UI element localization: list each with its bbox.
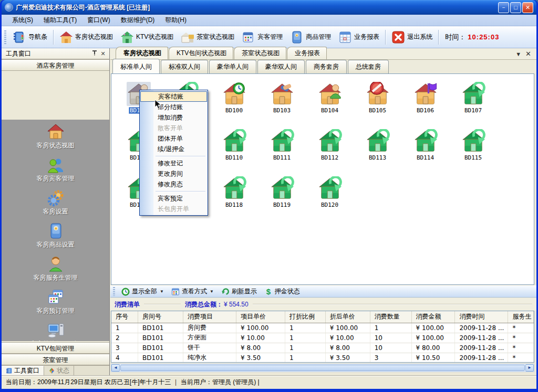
room-BD112[interactable]: BD112 [306,125,354,173]
table-horizontal-scrollbar[interactable]: ◄ ► [111,364,534,372]
sidebar-item-客房设置[interactable]: 客房设置 [2,189,109,222]
window-title: 广州爱启迪技术有限公司-酒店管理系统 [已注册] [16,3,498,12]
table-row[interactable]: 2BD101方便面¥ 10.001¥ 10.0010¥ 100.002009-1… [111,333,534,343]
doc-tab-茶室状态视图[interactable]: 茶室状态视图 [234,47,286,59]
context-menu-item-团体开单[interactable]: 团体开单 [140,133,208,144]
table-row[interactable]: 3BD101饼干¥ 8.001¥ 8.0010¥ 80.002009-11-28… [111,343,534,353]
context-menu-item-部分结账[interactable]: 部分结账 [140,102,208,112]
toolbar-button-茶室状态视图[interactable]: 茶室状态视图 [177,29,238,46]
menu-item-4[interactable]: 帮助(H) [160,15,192,26]
table-row[interactable]: 1BD101房间费¥ 100.001¥ 100.001¥ 100.002009-… [111,323,534,333]
column-header-服务生[interactable]: 服务生 [508,311,534,323]
room-BD105[interactable]: BD105 [354,78,401,125]
column-header-消费时间[interactable]: 消费时间 [455,311,508,323]
table-row[interactable]: 4BD101纯净水¥ 3.501¥ 3.503¥ 10.502009-11-28… [111,353,534,363]
sidebar-group-ktv[interactable]: KTV包间管理 [2,342,109,354]
toolbar-button-退出系统[interactable]: 退出系统 [388,29,436,46]
room-BD111[interactable]: BD111 [258,125,306,173]
context-menu-item-宾客结账[interactable]: 宾客结账 [140,91,207,102]
action-button-查看方式[interactable]: 查看方式▼ [168,287,218,296]
toolbar-button-业务报表[interactable]: 业务报表 [335,29,383,46]
sidebar-item-客房商品设置[interactable]: 客房商品设置 [2,222,109,255]
sidebar-group-tea[interactable]: 茶室管理 [2,354,109,365]
toolbar-separator [53,30,54,45]
sidebar-bottom-tabs: 工具窗口状态 [2,365,109,375]
sidebar-item-客房预订管理[interactable]: 客房预订管理 [2,288,109,321]
column-header-项目单价[interactable]: 项目单价 [236,311,285,323]
context-menu-item-续/退押金[interactable]: 续/退押金 [140,144,208,154]
scrollbar-thumb[interactable] [120,365,525,371]
minimize-button[interactable]: － [498,2,509,13]
consumption-total-label: 消费总金额： [185,300,223,309]
room-state-occupied-icon [318,82,342,106]
column-header-房间号[interactable]: 房间号 [138,311,183,323]
context-menu-item-修改登记[interactable]: 修改登记 [140,158,208,168]
bottom-tab-工具窗口[interactable]: 工具窗口 [2,366,44,375]
column-header-打折比例[interactable]: 打折比例 [285,311,325,323]
room-BD120[interactable]: BD120 [306,173,354,220]
context-menu-item-更改房间[interactable]: 更改房间 [140,168,208,179]
menu-item-3[interactable]: 数据维护(D) [116,15,160,26]
room-type-tab-标准双人间[interactable]: 标准双人间 [161,60,208,73]
sidebar-item-客房状态视图[interactable]: 客房状态视图 [2,123,109,156]
toolbar-button-宾客管理[interactable]: 宾客管理 [238,29,286,46]
column-header-消费项目[interactable]: 消费项目 [183,311,236,323]
sidebar-group-hotel-rooms[interactable]: 酒店客房管理 [2,59,109,71]
doc-tab-KTV包间状态视图[interactable]: KTV包间状态视图 [169,47,233,59]
toolbar-button-KTV状态视图[interactable]: KTV状态视图 [117,29,177,46]
sidebar-item-客房其他款项登记[interactable]: 客房其他款项登记 [2,321,109,341]
menu-item-0[interactable]: 系统(S) [7,15,38,26]
room-state-vacant-icon [413,129,438,153]
context-menu-item-宾客预定[interactable]: 宾客预定 [140,193,208,204]
action-button-刷新显示[interactable]: 刷新显示 [218,287,261,296]
menu-item-1[interactable]: 辅助工具(T) [38,15,82,26]
context-menu-item-修改房态[interactable]: 修改房态 [140,179,208,189]
close-panel-icon[interactable]: ✕ [99,50,107,57]
scroll-left-arrow-icon[interactable]: ◄ [111,364,120,372]
room-BD103[interactable]: BD103 [258,78,306,125]
actions-bar-grip[interactable] [113,287,115,296]
toolbar-button-导航条[interactable]: 导航条 [9,29,51,46]
room-BD110[interactable]: BD110 [210,125,258,173]
column-header-序号[interactable]: 序号 [111,311,138,323]
room-BD100[interactable]: BD100 [210,78,258,125]
context-menu-item-增加消费[interactable]: 增加消费 [140,112,208,123]
toolbar-button-客房状态视图[interactable]: 客房状态视图 [56,29,117,46]
room-BD113[interactable]: BD113 [354,125,401,173]
room-type-tab-商务套房[interactable]: 商务套房 [306,60,347,73]
menu-item-2[interactable]: 窗口(W) [82,15,115,26]
room-BD115[interactable]: BD115 [449,125,497,173]
action-button-显示全部[interactable]: 显示全部▼ [118,287,168,296]
room-state-vacant-icon [270,176,294,200]
toolbar-grip[interactable] [4,30,6,44]
sidebar-item-客房宾客管理[interactable]: 客房宾客管理 [2,156,109,189]
scroll-right-arrow-icon[interactable]: ► [525,364,534,372]
column-header-消费数量[interactable]: 消费数量 [370,311,411,323]
doc-tab-客房状态视图[interactable]: 客房状态视图 [116,47,168,59]
toolbar-button-商品管理[interactable]: 商品管理 [286,29,335,46]
close-button[interactable]: ✕ [522,2,533,13]
doc-tab-业务报表[interactable]: 业务报表 [287,47,327,59]
column-header-折后单价[interactable]: 折后单价 [325,311,370,323]
tab-list-dropdown-icon[interactable]: ▼ [515,51,521,57]
room-BD114[interactable]: BD114 [401,125,449,173]
room-label: BD105 [368,107,387,114]
room-BD104[interactable]: BD104 [306,78,354,125]
sidebar-item-客房服务生管理[interactable]: 客房服务生管理 [2,255,109,288]
bottom-tab-状态[interactable]: 状态 [44,366,74,375]
tab-close-icon[interactable]: ✕ [525,50,531,58]
pin-icon[interactable] [90,50,99,57]
maximize-button[interactable]: □ [510,2,521,13]
room-BD106[interactable]: BD106 [401,78,449,125]
room-BD119[interactable]: BD119 [258,173,306,220]
main-toolbar: 导航条客房状态视图KTV状态视图茶室状态视图宾客管理商品管理业务报表退出系统时间… [2,26,536,48]
room-BD107[interactable]: BD107 [449,78,497,125]
column-header-消费金额[interactable]: 消费金额 [411,311,455,323]
room-type-tab-总统套房[interactable]: 总统套房 [348,60,389,73]
room-BD118[interactable]: BD118 [210,173,258,220]
room-type-tab-豪华单人间[interactable]: 豪华单人间 [209,60,256,73]
room-type-tab-标准单人间[interactable]: 标准单人间 [112,59,160,73]
room-label: BD112 [320,154,339,161]
room-type-tab-豪华双人间[interactable]: 豪华双人间 [257,60,305,73]
action-button-押金状态[interactable]: $押金状态 [261,287,304,296]
